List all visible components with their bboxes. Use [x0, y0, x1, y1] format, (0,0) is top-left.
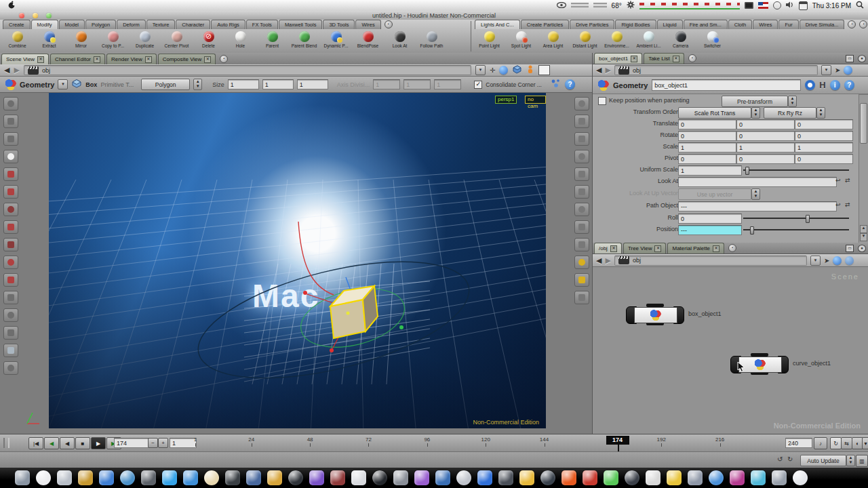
tab--obj[interactable]: /obj✕ — [594, 243, 622, 253]
dock-icon[interactable] — [456, 470, 471, 485]
size-z-field[interactable]: 1 — [297, 79, 328, 89]
dock-icon[interactable] — [477, 470, 492, 485]
dock-icon[interactable] — [730, 470, 745, 485]
tab-tree-view[interactable]: Tree View✕ — [623, 243, 667, 253]
current-frame-badge[interactable]: 174 — [606, 436, 629, 445]
menubar-tiny-readout[interactable] — [571, 3, 589, 9]
loop-mode-button[interactable]: ↻ — [830, 437, 842, 449]
tab-render-view[interactable]: Render View✕ — [106, 54, 157, 64]
select-node-icon[interactable]: ⇄ — [845, 177, 850, 184]
dock-icon[interactable] — [351, 470, 366, 485]
memory-usage-button[interactable]: ▥ — [856, 455, 868, 467]
shelf-tab-maxwell-tools[interactable]: Maxwell Tools — [279, 20, 323, 29]
shelf-tool-copy-to-p-[interactable]: Copy to P... — [97, 30, 129, 48]
scroll-up-button[interactable]: ▲ — [860, 225, 867, 233]
param-field[interactable]: 0 — [795, 131, 853, 141]
pane-maximize-icon[interactable]: ▭ — [846, 55, 854, 62]
network-path-field[interactable]: obj — [614, 256, 807, 266]
new-tab-button[interactable]: • — [728, 244, 736, 252]
shelf-tab-wires[interactable]: Wires — [355, 20, 380, 29]
close-tab-icon[interactable]: ✕ — [610, 245, 617, 252]
dock-icon[interactable] — [372, 470, 387, 485]
dock-icon[interactable] — [204, 470, 219, 485]
slider-handle[interactable] — [806, 215, 810, 223]
viewport-right-tool-icon[interactable] — [574, 115, 589, 128]
viewport-left-tool-icon[interactable] — [3, 220, 18, 234]
shelf-tab-drive-simula-[interactable]: Drive Simula... — [800, 20, 845, 29]
dock-icon[interactable] — [99, 470, 114, 485]
shelf-tab-fx-tools[interactable]: FX Tools — [246, 20, 278, 29]
pane-menu-icon[interactable]: ● — [858, 245, 866, 252]
gear-icon[interactable] — [627, 1, 635, 10]
param-field[interactable]: 1 — [678, 142, 736, 152]
viewport-left-tool-icon[interactable] — [3, 308, 18, 322]
close-tab-icon[interactable]: ✕ — [94, 56, 100, 63]
viewport-right-tool-icon[interactable] — [574, 273, 589, 287]
viewport-render-area[interactable]: Mac persp1 no cam Non-Commercial Edition — [49, 93, 546, 428]
camera-name-badge[interactable]: persp1 — [495, 96, 517, 104]
dock-icon[interactable] — [15, 470, 30, 485]
param-field[interactable]: 1 — [736, 142, 795, 152]
shelf-tab-lights-and-c-[interactable]: Lights And C... — [475, 20, 520, 29]
shelf-tab-polygon[interactable]: Polygon — [85, 20, 116, 29]
viewport-right-tool-icon[interactable] — [574, 238, 589, 251]
window-titlebar[interactable]: untitled.hip - Houdini Master Non-Commer… — [0, 11, 868, 20]
dock-icon[interactable] — [646, 470, 660, 485]
viewport-left-tool-icon[interactable] — [3, 132, 18, 146]
viewport-right-tool-icon[interactable] — [574, 167, 589, 181]
viewport-left-tool-icon[interactable] — [3, 150, 18, 163]
viewport-left-tool-icon[interactable] — [3, 291, 18, 304]
path-dropdown-button[interactable]: ▼ — [475, 65, 486, 75]
tab-channel-editor[interactable]: Channel Editor✕ — [50, 54, 105, 64]
box-tool-icon[interactable] — [512, 64, 522, 77]
info-icon[interactable]: i — [830, 80, 840, 90]
dock-icon[interactable] — [393, 470, 408, 485]
status-circle-icon[interactable] — [773, 1, 781, 9]
tab-take-list[interactable]: Take List✕ — [644, 53, 684, 64]
close-tab-icon[interactable]: ✕ — [673, 56, 679, 62]
update-mode-stepper[interactable]: ▲▼ — [846, 455, 855, 466]
viewport-left-tool-icon[interactable] — [3, 344, 18, 357]
param-checkbox[interactable] — [598, 97, 606, 105]
path-dropdown-button[interactable]: ▼ — [821, 65, 831, 75]
network-canvas[interactable]: Scene Non-Commercial Edition box_object1… — [593, 267, 868, 434]
dock-icon[interactable] — [688, 470, 703, 485]
shelf-tab-wires[interactable]: Wires — [753, 20, 778, 29]
nav-back-icon[interactable]: ◀ — [4, 66, 9, 75]
shelf-tool-mirror[interactable]: Mirror — [65, 30, 97, 48]
close-tab-icon[interactable]: ✕ — [713, 245, 719, 252]
shelf-tab-menu-button[interactable]: • — [384, 20, 393, 28]
link-icon[interactable] — [833, 256, 842, 265]
pin-icon[interactable]: ➤ — [824, 257, 829, 264]
help-icon[interactable]: ? — [844, 80, 854, 90]
playbar-options-button[interactable]: ▾ — [862, 437, 868, 449]
dock-icon[interactable] — [540, 470, 555, 485]
range-end-field[interactable]: 240 — [785, 438, 812, 448]
close-tab-icon[interactable]: ✕ — [37, 56, 44, 63]
link-icon[interactable] — [844, 66, 852, 75]
dropdown-stepper[interactable]: ▲▼ — [751, 107, 760, 119]
param-field[interactable]: 0 — [795, 154, 853, 164]
dock-icon[interactable] — [604, 470, 618, 485]
dock-icon[interactable] — [36, 470, 51, 485]
dock-icon[interactable] — [435, 470, 450, 485]
dock-icon[interactable] — [751, 470, 766, 485]
stock-ticker-widget[interactable] — [639, 1, 740, 9]
eye-icon[interactable] — [557, 1, 566, 9]
character-tool-icon[interactable] — [526, 64, 534, 77]
consolidate-checkbox[interactable]: ✓ — [474, 81, 482, 89]
spotlight-icon[interactable] — [856, 1, 864, 10]
shelf-tab-character[interactable]: Character — [176, 20, 210, 29]
param-field[interactable]: --- — [678, 225, 742, 235]
viewport-left-tool-icon[interactable] — [3, 238, 18, 251]
dock-icon[interactable] — [288, 470, 303, 485]
viewport-left-tool-icon[interactable] — [3, 203, 18, 216]
viewport-left-tool-icon[interactable] — [3, 97, 18, 110]
dock-icon[interactable] — [309, 470, 324, 485]
dock-icon[interactable] — [793, 470, 808, 485]
shelf-tab-drive-particles[interactable]: Drive Particles — [570, 20, 614, 29]
viewport-right-tool-icon[interactable] — [574, 97, 589, 110]
size-y-field[interactable]: 1 — [262, 79, 294, 89]
node-body[interactable] — [634, 307, 677, 323]
param-field[interactable]: 0 — [736, 154, 795, 164]
